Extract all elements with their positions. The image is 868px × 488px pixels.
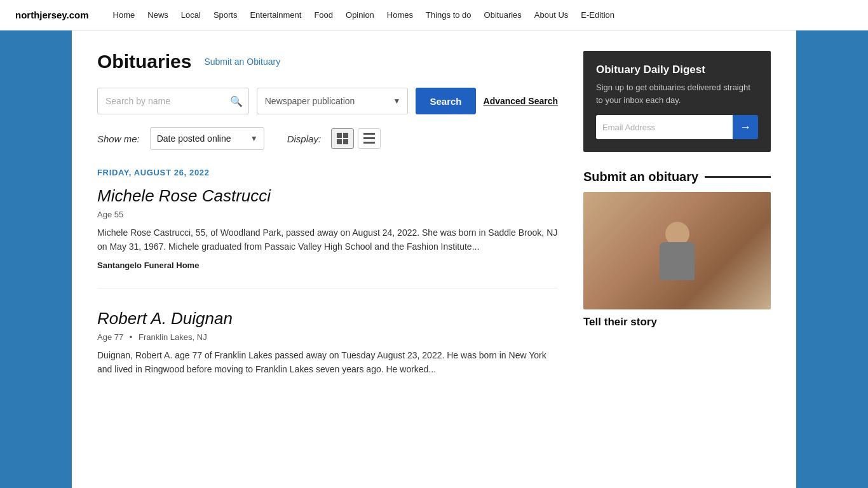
obit-card-1: Michele Rose Castrucci Age 55 Michele Ro… [97, 186, 558, 288]
search-name-wrapper: 🔍 [97, 88, 249, 114]
digest-input-row: → [596, 115, 758, 139]
obit-card-2: Robert A. Duignan Age 77 • Franklin Lake… [97, 309, 558, 401]
sidebar: Obituary Daily Digest Sign up to get obi… [583, 51, 771, 463]
show-me-select-wrapper: Date posted online ▼ [150, 127, 264, 150]
search-row: 🔍 Newspaper publication ▼ Search Advance… [97, 88, 558, 114]
nav-opinion[interactable]: Opinion [339, 0, 381, 30]
main-column: Obituaries Submit an Obituary 🔍 Newspape… [97, 51, 558, 463]
submit-obituary-link[interactable]: Submit an Obituary [204, 57, 280, 67]
submit-image[interactable] [583, 192, 771, 309]
grid-icon [337, 133, 348, 144]
navbar: northjersey.com Home News Local Sports E… [0, 0, 868, 30]
search-icon-button[interactable]: 🔍 [230, 95, 243, 107]
nav-obituaries[interactable]: Obituaries [478, 0, 528, 30]
site-brand[interactable]: northjersey.com [15, 10, 89, 20]
submit-obit-section: Submit an obituary Tell their story [583, 170, 771, 329]
grid-view-button[interactable] [331, 128, 354, 149]
obit-age-1: Age 55 [97, 210, 123, 219]
nav-entertainment[interactable]: Entertainment [243, 0, 308, 30]
date-section-label: FRIDAY, AUGUST 26, 2022 [97, 168, 558, 177]
obit-location-2: Franklin Lakes, NJ [139, 332, 207, 342]
obit-meta-2: Age 77 • Franklin Lakes, NJ [97, 332, 558, 342]
obit-dot: • [130, 332, 133, 342]
newspaper-select[interactable]: Newspaper publication [257, 88, 409, 114]
display-icons [331, 128, 381, 149]
display-label: Display: [287, 133, 321, 144]
nav-food[interactable]: Food [308, 0, 339, 30]
show-me-label: Show me: [97, 133, 140, 144]
nav-homes[interactable]: Homes [381, 0, 419, 30]
nav-home[interactable]: Home [107, 0, 142, 30]
nav-about[interactable]: About Us [528, 0, 574, 30]
tell-story-label: Tell their story [583, 316, 771, 329]
digest-submit-button[interactable]: → [733, 115, 758, 139]
page-wrapper: Obituaries Submit an Obituary 🔍 Newspape… [72, 30, 796, 488]
arrow-right-icon: → [740, 121, 751, 134]
person-body [660, 242, 695, 280]
search-button[interactable]: Search [416, 88, 475, 114]
digest-box: Obituary Daily Digest Sign up to get obi… [583, 51, 771, 152]
digest-title: Obituary Daily Digest [596, 64, 758, 76]
obit-excerpt-1: Michele Rose Castrucci, 55, of Woodland … [97, 226, 558, 254]
obit-name-2[interactable]: Robert A. Duignan [97, 309, 558, 329]
nav-links: Home News Local Sports Entertainment Foo… [107, 0, 621, 30]
advanced-search-link[interactable]: Advanced Search [484, 96, 559, 106]
newspaper-select-wrapper: Newspaper publication ▼ [257, 88, 409, 114]
page-title-row: Obituaries Submit an Obituary [97, 51, 558, 72]
search-icon: 🔍 [230, 96, 243, 107]
obit-name-1[interactable]: Michele Rose Castrucci [97, 186, 558, 206]
obit-age-2: Age 77 [97, 332, 123, 342]
nav-things-to-do[interactable]: Things to do [419, 0, 478, 30]
page-title: Obituaries [97, 51, 191, 72]
filter-row: Show me: Date posted online ▼ Display: [97, 127, 558, 150]
email-field[interactable] [596, 115, 733, 139]
list-view-button[interactable] [358, 128, 381, 149]
digest-description: Sign up to get obituaries delivered stra… [596, 81, 758, 106]
section-title-line [705, 176, 771, 178]
list-icon [363, 133, 375, 145]
submit-section-title: Submit an obituary [583, 170, 771, 184]
obit-excerpt-2: Duignan, Robert A. age 77 of Franklin La… [97, 348, 558, 377]
nav-sports[interactable]: Sports [207, 0, 244, 30]
nav-e-edition[interactable]: E-Edition [574, 0, 621, 30]
person-figure [660, 222, 695, 280]
search-name-input[interactable] [97, 88, 249, 114]
show-me-select[interactable]: Date posted online [150, 127, 264, 150]
obit-funeral-1: Santangelo Funeral Home [97, 261, 558, 270]
nav-news[interactable]: News [141, 0, 175, 30]
obit-meta-1: Age 55 [97, 210, 558, 219]
nav-local[interactable]: Local [175, 0, 207, 30]
